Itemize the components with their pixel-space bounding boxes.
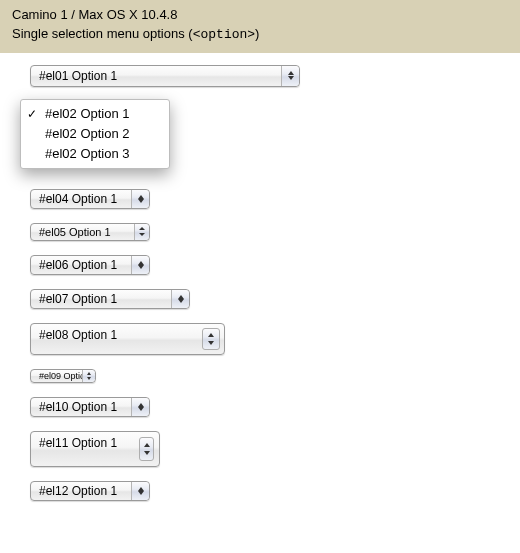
- header-subtitle: Single selection menu options (<option>): [12, 25, 508, 45]
- select-el02-popup[interactable]: ✓ #el02 Option 1 #el02 Option 2 #el02 Op…: [20, 99, 170, 169]
- stepper-icon: [131, 482, 149, 500]
- option-label: #el02 Option 3: [45, 146, 130, 161]
- select-el11[interactable]: #el11 Option 1: [30, 431, 160, 467]
- select-el07[interactable]: #el07 Option 1: [30, 289, 190, 309]
- select-el01-value: #el01 Option 1: [31, 66, 299, 86]
- option-label: #el02 Option 2: [45, 126, 130, 141]
- select-el05-value: #el05 Option 1: [31, 224, 149, 240]
- select-el02-option-2[interactable]: #el02 Option 2: [21, 124, 169, 144]
- subtitle-code: <option>: [193, 27, 255, 42]
- stepper-icon: [131, 398, 149, 416]
- select-el09[interactable]: #el09 Option 1: [30, 369, 96, 383]
- option-label: #el02 Option 1: [45, 106, 130, 121]
- select-el07-value: #el07 Option 1: [31, 290, 189, 308]
- stepper-icon: [139, 437, 154, 461]
- select-el08-value: #el08 Option 1: [31, 324, 224, 344]
- stepper-icon: [171, 290, 189, 308]
- select-el01[interactable]: #el01 Option 1: [30, 65, 300, 87]
- stepper-icon: [131, 256, 149, 274]
- stepper-icon: [202, 328, 220, 350]
- select-el04[interactable]: #el04 Option 1: [30, 189, 150, 209]
- select-el10[interactable]: #el10 Option 1: [30, 397, 150, 417]
- stepper-icon: [131, 190, 149, 208]
- subtitle-post: ): [255, 26, 259, 41]
- content: #el01 Option 1 ✓ #el02 Option 1 #el02 Op…: [0, 53, 520, 535]
- stepper-icon: [134, 224, 149, 240]
- select-el08[interactable]: #el08 Option 1: [30, 323, 225, 355]
- select-el05[interactable]: #el05 Option 1: [30, 223, 150, 241]
- stepper-icon: [281, 66, 299, 86]
- select-el06[interactable]: #el06 Option 1: [30, 255, 150, 275]
- select-el12[interactable]: #el12 Option 1: [30, 481, 150, 501]
- subtitle-pre: Single selection menu options (: [12, 26, 193, 41]
- check-icon: ✓: [27, 105, 37, 123]
- select-el02-option-1[interactable]: ✓ #el02 Option 1: [21, 104, 169, 124]
- stepper-icon: [82, 370, 95, 382]
- header: Camino 1 / Max OS X 10.4.8 Single select…: [0, 0, 520, 53]
- select-el02-option-3[interactable]: #el02 Option 3: [21, 144, 169, 164]
- header-title: Camino 1 / Max OS X 10.4.8: [12, 6, 508, 25]
